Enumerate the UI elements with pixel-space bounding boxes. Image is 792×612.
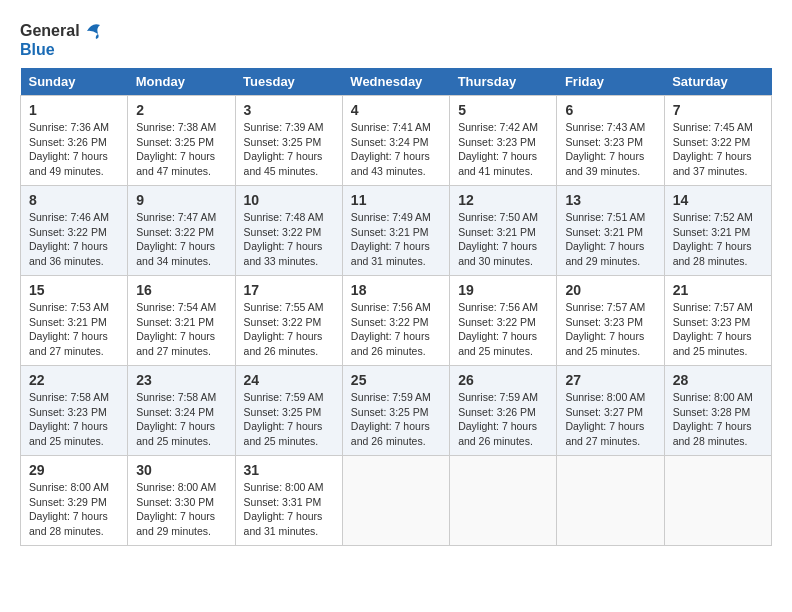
day-number: 27 — [565, 372, 655, 388]
day-info: Sunrise: 7:58 AM Sunset: 3:23 PM Dayligh… — [29, 390, 119, 449]
day-info: Sunrise: 8:00 AM Sunset: 3:28 PM Dayligh… — [673, 390, 763, 449]
calendar-cell: 16Sunrise: 7:54 AM Sunset: 3:21 PM Dayli… — [128, 276, 235, 366]
calendar-cell: 12Sunrise: 7:50 AM Sunset: 3:21 PM Dayli… — [450, 186, 557, 276]
calendar-cell: 6Sunrise: 7:43 AM Sunset: 3:23 PM Daylig… — [557, 96, 664, 186]
calendar-cell: 18Sunrise: 7:56 AM Sunset: 3:22 PM Dayli… — [342, 276, 449, 366]
day-number: 16 — [136, 282, 226, 298]
calendar-cell: 3Sunrise: 7:39 AM Sunset: 3:25 PM Daylig… — [235, 96, 342, 186]
calendar-cell: 19Sunrise: 7:56 AM Sunset: 3:22 PM Dayli… — [450, 276, 557, 366]
day-number: 10 — [244, 192, 334, 208]
day-info: Sunrise: 7:42 AM Sunset: 3:23 PM Dayligh… — [458, 120, 548, 179]
day-info: Sunrise: 7:54 AM Sunset: 3:21 PM Dayligh… — [136, 300, 226, 359]
day-number: 17 — [244, 282, 334, 298]
day-number: 22 — [29, 372, 119, 388]
day-number: 28 — [673, 372, 763, 388]
day-info: Sunrise: 7:48 AM Sunset: 3:22 PM Dayligh… — [244, 210, 334, 269]
calendar-cell: 22Sunrise: 7:58 AM Sunset: 3:23 PM Dayli… — [21, 366, 128, 456]
day-info: Sunrise: 7:59 AM Sunset: 3:25 PM Dayligh… — [351, 390, 441, 449]
day-number: 14 — [673, 192, 763, 208]
day-number: 26 — [458, 372, 548, 388]
weekday-header: Monday — [128, 68, 235, 96]
calendar-cell: 30Sunrise: 8:00 AM Sunset: 3:30 PM Dayli… — [128, 456, 235, 546]
day-number: 25 — [351, 372, 441, 388]
calendar-cell — [557, 456, 664, 546]
calendar-cell: 28Sunrise: 8:00 AM Sunset: 3:28 PM Dayli… — [664, 366, 771, 456]
weekday-header: Thursday — [450, 68, 557, 96]
day-info: Sunrise: 7:53 AM Sunset: 3:21 PM Dayligh… — [29, 300, 119, 359]
weekday-header: Sunday — [21, 68, 128, 96]
calendar-cell — [342, 456, 449, 546]
day-number: 13 — [565, 192, 655, 208]
calendar-week-row: 22Sunrise: 7:58 AM Sunset: 3:23 PM Dayli… — [21, 366, 772, 456]
day-number: 4 — [351, 102, 441, 118]
day-info: Sunrise: 7:36 AM Sunset: 3:26 PM Dayligh… — [29, 120, 119, 179]
calendar-cell: 11Sunrise: 7:49 AM Sunset: 3:21 PM Dayli… — [342, 186, 449, 276]
day-info: Sunrise: 7:57 AM Sunset: 3:23 PM Dayligh… — [673, 300, 763, 359]
day-number: 19 — [458, 282, 548, 298]
calendar-table: SundayMondayTuesdayWednesdayThursdayFrid… — [20, 68, 772, 546]
day-number: 30 — [136, 462, 226, 478]
day-number: 5 — [458, 102, 548, 118]
logo-blue-text: Blue — [20, 42, 104, 58]
weekday-header: Friday — [557, 68, 664, 96]
weekday-header: Tuesday — [235, 68, 342, 96]
day-info: Sunrise: 7:56 AM Sunset: 3:22 PM Dayligh… — [458, 300, 548, 359]
calendar-cell: 29Sunrise: 8:00 AM Sunset: 3:29 PM Dayli… — [21, 456, 128, 546]
day-number: 18 — [351, 282, 441, 298]
calendar-cell: 24Sunrise: 7:59 AM Sunset: 3:25 PM Dayli… — [235, 366, 342, 456]
day-number: 6 — [565, 102, 655, 118]
header-row: SundayMondayTuesdayWednesdayThursdayFrid… — [21, 68, 772, 96]
day-info: Sunrise: 7:57 AM Sunset: 3:23 PM Dayligh… — [565, 300, 655, 359]
calendar-week-row: 1Sunrise: 7:36 AM Sunset: 3:26 PM Daylig… — [21, 96, 772, 186]
day-info: Sunrise: 7:49 AM Sunset: 3:21 PM Dayligh… — [351, 210, 441, 269]
logo-general-text: General — [20, 23, 80, 39]
calendar-cell — [664, 456, 771, 546]
calendar-cell: 2Sunrise: 7:38 AM Sunset: 3:25 PM Daylig… — [128, 96, 235, 186]
day-number: 29 — [29, 462, 119, 478]
logo-container: General Blue — [20, 20, 104, 58]
calendar-cell: 26Sunrise: 7:59 AM Sunset: 3:26 PM Dayli… — [450, 366, 557, 456]
day-info: Sunrise: 7:51 AM Sunset: 3:21 PM Dayligh… — [565, 210, 655, 269]
day-info: Sunrise: 7:58 AM Sunset: 3:24 PM Dayligh… — [136, 390, 226, 449]
logo: General Blue — [20, 20, 104, 58]
calendar-week-row: 15Sunrise: 7:53 AM Sunset: 3:21 PM Dayli… — [21, 276, 772, 366]
day-number: 9 — [136, 192, 226, 208]
calendar-cell: 15Sunrise: 7:53 AM Sunset: 3:21 PM Dayli… — [21, 276, 128, 366]
day-number: 20 — [565, 282, 655, 298]
calendar-cell: 1Sunrise: 7:36 AM Sunset: 3:26 PM Daylig… — [21, 96, 128, 186]
day-number: 21 — [673, 282, 763, 298]
calendar-cell: 14Sunrise: 7:52 AM Sunset: 3:21 PM Dayli… — [664, 186, 771, 276]
calendar-cell: 31Sunrise: 8:00 AM Sunset: 3:31 PM Dayli… — [235, 456, 342, 546]
calendar-cell: 5Sunrise: 7:42 AM Sunset: 3:23 PM Daylig… — [450, 96, 557, 186]
day-info: Sunrise: 8:00 AM Sunset: 3:27 PM Dayligh… — [565, 390, 655, 449]
day-number: 24 — [244, 372, 334, 388]
day-info: Sunrise: 8:00 AM Sunset: 3:31 PM Dayligh… — [244, 480, 334, 539]
calendar-cell: 25Sunrise: 7:59 AM Sunset: 3:25 PM Dayli… — [342, 366, 449, 456]
calendar-cell: 13Sunrise: 7:51 AM Sunset: 3:21 PM Dayli… — [557, 186, 664, 276]
day-number: 11 — [351, 192, 441, 208]
day-number: 2 — [136, 102, 226, 118]
calendar-cell: 17Sunrise: 7:55 AM Sunset: 3:22 PM Dayli… — [235, 276, 342, 366]
day-number: 23 — [136, 372, 226, 388]
day-info: Sunrise: 8:00 AM Sunset: 3:30 PM Dayligh… — [136, 480, 226, 539]
day-info: Sunrise: 7:43 AM Sunset: 3:23 PM Dayligh… — [565, 120, 655, 179]
day-info: Sunrise: 7:47 AM Sunset: 3:22 PM Dayligh… — [136, 210, 226, 269]
calendar-cell: 23Sunrise: 7:58 AM Sunset: 3:24 PM Dayli… — [128, 366, 235, 456]
calendar-cell: 8Sunrise: 7:46 AM Sunset: 3:22 PM Daylig… — [21, 186, 128, 276]
day-info: Sunrise: 7:39 AM Sunset: 3:25 PM Dayligh… — [244, 120, 334, 179]
day-number: 31 — [244, 462, 334, 478]
day-number: 3 — [244, 102, 334, 118]
calendar-week-row: 29Sunrise: 8:00 AM Sunset: 3:29 PM Dayli… — [21, 456, 772, 546]
day-info: Sunrise: 7:56 AM Sunset: 3:22 PM Dayligh… — [351, 300, 441, 359]
calendar-cell: 21Sunrise: 7:57 AM Sunset: 3:23 PM Dayli… — [664, 276, 771, 366]
calendar-cell: 20Sunrise: 7:57 AM Sunset: 3:23 PM Dayli… — [557, 276, 664, 366]
day-info: Sunrise: 7:41 AM Sunset: 3:24 PM Dayligh… — [351, 120, 441, 179]
weekday-header: Saturday — [664, 68, 771, 96]
day-info: Sunrise: 7:52 AM Sunset: 3:21 PM Dayligh… — [673, 210, 763, 269]
day-info: Sunrise: 7:45 AM Sunset: 3:22 PM Dayligh… — [673, 120, 763, 179]
day-info: Sunrise: 7:59 AM Sunset: 3:26 PM Dayligh… — [458, 390, 548, 449]
day-number: 1 — [29, 102, 119, 118]
day-info: Sunrise: 7:55 AM Sunset: 3:22 PM Dayligh… — [244, 300, 334, 359]
calendar-cell — [450, 456, 557, 546]
day-info: Sunrise: 8:00 AM Sunset: 3:29 PM Dayligh… — [29, 480, 119, 539]
